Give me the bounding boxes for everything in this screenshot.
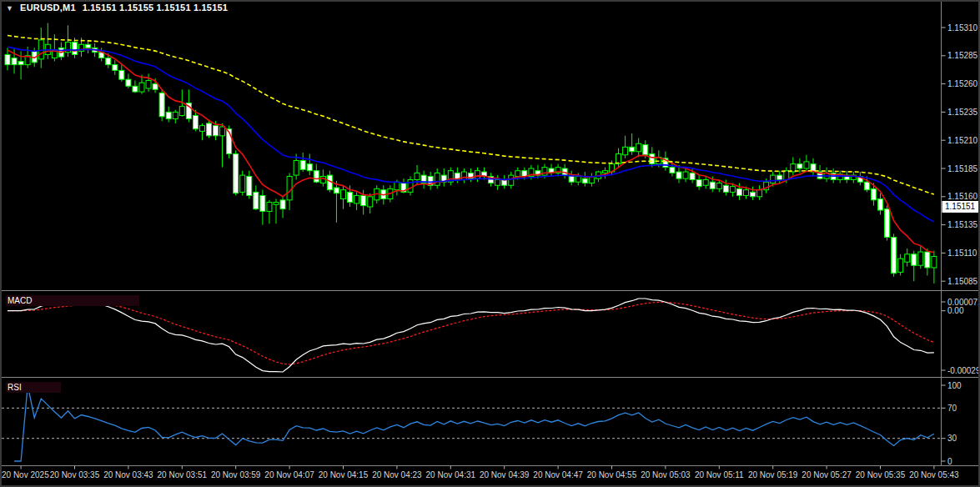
- price-axis-label: 1.15135: [947, 220, 978, 229]
- candle-body: [267, 203, 272, 212]
- candle-body: [898, 259, 903, 272]
- candle-body: [247, 176, 252, 195]
- candle-body: [683, 172, 688, 178]
- candle-body: [139, 83, 144, 92]
- rsi-panel[interactable]: 10070300: [2, 381, 962, 466]
- candle-body: [106, 58, 111, 65]
- price-axis-label: 1.15260: [947, 79, 978, 88]
- chart-canvas: 0.0000720.00-0.00029 10070300 1.153101.1…: [0, 0, 980, 487]
- candle-body: [348, 192, 353, 202]
- candle-body: [703, 180, 708, 186]
- ma-mid-line: [8, 47, 934, 222]
- time-axis-label: 20 Nov 03:43: [103, 470, 153, 479]
- candle-body: [757, 190, 762, 197]
- time-axis-label: 20 Nov 04:31: [426, 470, 476, 479]
- candle-body: [341, 190, 346, 199]
- time-axis-label: 20 Nov 04:39: [480, 470, 530, 479]
- candle-body: [207, 123, 212, 136]
- macd-axis-label: 0.000072: [947, 298, 980, 307]
- candle-body: [495, 180, 500, 186]
- rsi-axis-label: 70: [947, 404, 957, 413]
- candle-body: [435, 173, 440, 185]
- time-axis-label: 20 Nov 04:07: [264, 470, 314, 479]
- candle-body: [461, 172, 466, 179]
- candle-body: [905, 254, 910, 262]
- candle-body: [925, 252, 930, 268]
- candle-body: [676, 172, 681, 178]
- rsi-axis-label: 100: [947, 381, 962, 390]
- main-chart-panel[interactable]: [5, 23, 937, 284]
- chart-window: ▼EURUSD,M11.15151 1.15155 1.15151 1.1515…: [0, 0, 980, 487]
- candle-body: [575, 176, 580, 182]
- candle-body: [475, 171, 480, 178]
- candle-body: [368, 197, 373, 207]
- candle-body: [12, 58, 17, 65]
- price-axis-label: 1.15235: [947, 108, 978, 117]
- macd-axis-label: -0.00029: [947, 366, 980, 375]
- time-axis-label: 20 Nov 04:55: [587, 470, 637, 479]
- candle-body: [744, 190, 749, 196]
- candle-body: [73, 43, 78, 55]
- candle-body: [716, 183, 721, 189]
- candle-body: [220, 127, 225, 136]
- current-price-label: 1.15151: [945, 202, 976, 211]
- candle-body: [582, 178, 587, 183]
- candle-body: [871, 188, 876, 200]
- candle-body: [274, 203, 279, 205]
- chart-frame: [1, 1, 979, 486]
- time-axis-label: 20 Nov 04:23: [372, 470, 422, 479]
- candle-body: [307, 164, 312, 171]
- candle-body: [300, 161, 305, 170]
- time-axis-label: 20 Nov 03:35: [50, 470, 100, 479]
- price-axis-label: 1.15085: [947, 277, 978, 286]
- time-axis[interactable]: 20 Nov 202520 Nov 03:3520 Nov 03:4320 No…: [2, 466, 959, 480]
- candle-body: [515, 171, 520, 177]
- candle-body: [892, 237, 897, 273]
- candle-body: [119, 70, 124, 79]
- candle-body: [736, 188, 741, 195]
- candle-body: [771, 175, 776, 183]
- time-axis-label: 20 Nov 2025: [2, 470, 49, 479]
- time-axis-label: 20 Nov 03:59: [211, 470, 261, 479]
- candle-body: [509, 175, 514, 185]
- candle-body: [670, 168, 675, 173]
- price-axis-label: 1.15310: [947, 23, 978, 33]
- candle-body: [408, 180, 413, 193]
- candle-body: [804, 162, 809, 168]
- candle-body: [912, 254, 917, 266]
- candle-body: [918, 252, 923, 265]
- time-axis-label: 20 Nov 04:47: [533, 470, 583, 479]
- price-axis-label: 1.15210: [947, 136, 978, 145]
- candle-body: [878, 199, 883, 211]
- candle-body: [885, 209, 890, 238]
- chart-ohlc-values: 1.15151 1.15155 1.15151 1.15151: [83, 3, 228, 13]
- candle-body: [133, 86, 138, 92]
- candle-body: [153, 84, 158, 90]
- candle-body: [395, 182, 400, 189]
- candle-body: [193, 115, 198, 128]
- candle-body: [623, 147, 628, 154]
- macd-panel[interactable]: 0.0000720.00-0.00029: [8, 298, 980, 375]
- price-axis[interactable]: 1.153101.152851.152601.152351.152101.151…: [942, 23, 980, 286]
- candle-body: [18, 62, 23, 65]
- time-axis-label: 20 Nov 05:43: [909, 470, 959, 479]
- time-axis-label: 20 Nov 04:15: [319, 470, 369, 479]
- candle-body: [723, 185, 728, 192]
- candle-body: [254, 192, 259, 208]
- candle-body: [751, 192, 756, 196]
- candle-body: [166, 112, 171, 118]
- time-axis-label: 20 Nov 05:19: [748, 470, 798, 479]
- candle-body: [415, 173, 420, 179]
- candle-body: [179, 107, 184, 116]
- price-axis-label: 1.15285: [947, 51, 978, 60]
- candle-body: [320, 176, 325, 183]
- candle-body: [650, 153, 655, 163]
- macd-indicator-label: MACD: [6, 295, 139, 306]
- candle-body: [710, 182, 715, 188]
- macd-main-line: [8, 299, 934, 372]
- candle-body: [199, 126, 204, 132]
- candle-body: [280, 200, 285, 209]
- candle-body: [777, 175, 782, 179]
- time-axis-label: 20 Nov 05:35: [856, 470, 906, 479]
- candle-body: [214, 126, 219, 136]
